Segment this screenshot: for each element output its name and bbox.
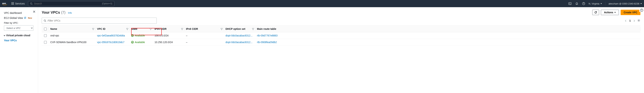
external-link-icon — [24, 16, 26, 20]
info-panel-toggle[interactable] — [639, 7, 644, 12]
filter-box[interactable] — [42, 18, 157, 24]
cell-dhcp-link[interactable]: dopt-0dc0acabac6312... — [224, 32, 256, 39]
sidebar-item-label: VPC dashboard — [4, 12, 22, 14]
actions-label: Actions — [604, 11, 613, 14]
next-page[interactable] — [633, 19, 635, 22]
svg-point-18 — [638, 20, 639, 21]
sidebar-vpc-dashboard[interactable]: VPC dashboard — [4, 10, 36, 16]
table-row[interactable]: CVF-SDWAN-Sandbox-VPN100 vpc-05fc870c2d0… — [42, 39, 640, 46]
svg-rect-6 — [13, 3, 14, 4]
services-label: Services — [15, 2, 25, 5]
global-search-input[interactable] — [34, 2, 102, 5]
svg-rect-7 — [12, 4, 12, 5]
col-header-state[interactable]: State▽ — [130, 26, 153, 32]
services-menu[interactable]: Services — [10, 2, 26, 6]
new-badge: New — [28, 17, 32, 19]
aws-logo[interactable]: aws — [2, 2, 8, 5]
page-number: 1 — [629, 19, 631, 22]
table-settings-icon[interactable] — [637, 19, 640, 22]
select-all-checkbox[interactable] — [44, 28, 47, 30]
page-title: Your VPCs (7) Info — [42, 10, 72, 14]
sidebar: VPC dashboard EC2 Global View New Filter… — [0, 7, 38, 93]
prev-page[interactable] — [625, 19, 627, 22]
table-header: Name▽ VPC ID▽ State▽ IPv4 CIDR▽ IPv6 CID… — [42, 26, 640, 32]
cell-ipv4: 10.250.120.0/24 — [153, 39, 184, 46]
sort-icon[interactable]: ▽ — [92, 28, 94, 30]
cell-ipv4: 100.0.0.0/24 — [153, 32, 184, 39]
create-label: Create VPC — [624, 11, 637, 14]
cell-route-link[interactable]: rtb-09d7767e8883 — [256, 32, 640, 39]
svg-rect-5 — [12, 3, 13, 4]
account-menu[interactable]: aleccham @ 0393-2340-8238 — [608, 2, 642, 5]
sort-icon[interactable]: ▽ — [150, 28, 152, 30]
filter-vpc-select[interactable]: Select a VPC — [4, 25, 34, 31]
svg-line-11 — [32, 4, 32, 5]
caret-down-icon — [640, 3, 642, 4]
sidebar-section-vpc[interactable]: Virtual private cloud — [4, 34, 36, 37]
info-link[interactable]: Info — [68, 12, 72, 14]
actions-button[interactable]: Actions — [601, 10, 619, 15]
cell-vpc-id-link[interactable]: vpc-0ef2aea663782eb8a — [96, 32, 130, 39]
svg-rect-8 — [12, 4, 13, 5]
sidebar-item-label: Your VPCs — [4, 39, 17, 42]
account-label: aleccham @ 0393-2340-8238 — [608, 2, 639, 5]
chevron-down-icon — [4, 35, 5, 36]
svg-point-10 — [30, 3, 32, 4]
svg-point-16 — [44, 20, 46, 21]
success-icon — [131, 34, 134, 37]
col-header-ipv6[interactable]: IPv6 CIDR▽ — [184, 26, 224, 32]
content-area: Your VPCs (7) Info Actions Create VPC — [38, 7, 644, 93]
svg-rect-4 — [12, 3, 12, 4]
refresh-icon — [594, 11, 597, 14]
svg-rect-2 — [12, 2, 13, 3]
services-grid-icon — [12, 2, 14, 5]
cell-vpc-id-link[interactable]: vpc-05fc870c2d0619dc7 — [96, 39, 130, 46]
svg-text:aws: aws — [2, 2, 6, 5]
sidebar-ec2-global-view[interactable]: EC2 Global View New — [4, 16, 36, 20]
col-header-ipv4[interactable]: IPv4 CIDR▽ — [153, 26, 184, 32]
success-icon — [131, 41, 134, 44]
close-sidebar-icon[interactable] — [33, 10, 36, 14]
cell-dhcp-link[interactable]: dopt-0dc0acabac6312... — [224, 39, 256, 46]
sidebar-your-vpcs[interactable]: Your VPCs — [4, 38, 36, 43]
sort-icon[interactable]: ▽ — [252, 28, 254, 30]
col-header-name[interactable]: Name▽ — [49, 26, 96, 32]
svg-rect-1 — [12, 2, 12, 3]
title-text: Your VPCs — [42, 10, 60, 14]
sort-icon[interactable]: ▽ — [126, 28, 128, 30]
svg-rect-3 — [13, 2, 14, 3]
refresh-button[interactable] — [592, 10, 599, 15]
sort-icon[interactable]: ▽ — [181, 28, 183, 30]
pagination: 1 — [625, 19, 640, 22]
svg-rect-12 — [569, 2, 571, 5]
global-search[interactable]: [Option+S] — [28, 1, 114, 6]
cell-ipv6: – — [184, 32, 224, 39]
search-icon — [30, 2, 32, 5]
cell-state: Available — [130, 32, 153, 39]
cell-state: Available — [130, 39, 153, 46]
col-header-dhcp[interactable]: DHCP option set▽ — [224, 26, 256, 32]
row-checkbox[interactable] — [44, 34, 47, 37]
filter-input[interactable] — [48, 19, 155, 22]
cell-name: vnd-vpc — [49, 32, 96, 39]
svg-rect-9 — [13, 4, 14, 5]
title-count: (7) — [61, 10, 66, 14]
cell-name: CVF-SDWAN-Sandbox-VPN100 — [49, 39, 96, 46]
svg-point-22 — [642, 10, 642, 10]
create-vpc-button[interactable]: Create VPC — [621, 10, 640, 15]
filter-by-vpc-label: Filter by VPC: — [4, 20, 36, 24]
search-icon — [44, 20, 46, 22]
cell-route-link[interactable]: rtb-0908fea09db2 — [256, 39, 640, 46]
search-shortcut-hint: [Option+S] — [102, 2, 112, 5]
svg-line-17 — [46, 21, 46, 22]
col-header-route[interactable]: Main route table — [256, 26, 640, 32]
region-selector[interactable]: N. Virginia — [589, 2, 602, 5]
help-icon[interactable] — [582, 2, 586, 6]
row-checkbox[interactable] — [44, 41, 47, 44]
table-row[interactable]: vnd-vpc vpc-0ef2aea663782eb8a Available … — [42, 32, 640, 39]
cloudshell-icon[interactable] — [568, 2, 572, 6]
notifications-icon[interactable] — [575, 2, 578, 6]
sort-icon[interactable]: ▽ — [221, 28, 223, 30]
region-label: N. Virginia — [589, 2, 600, 5]
col-header-vpcid[interactable]: VPC ID▽ — [96, 26, 130, 32]
